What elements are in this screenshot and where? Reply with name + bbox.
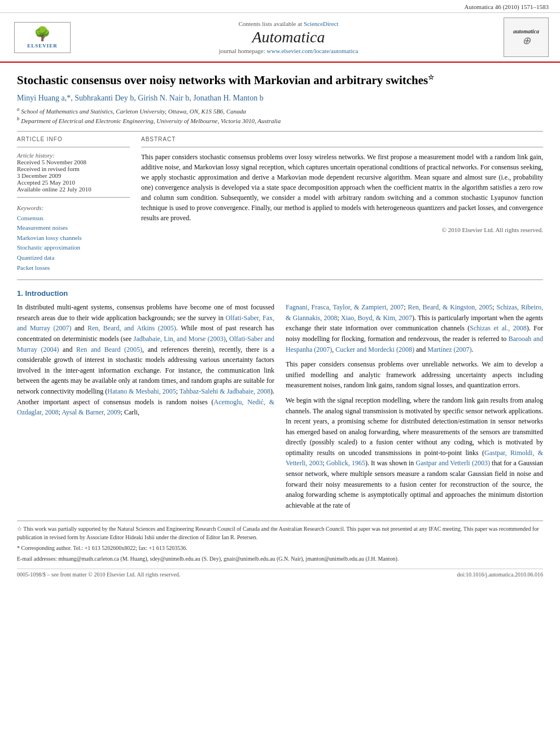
ref-xiao[interactable]: Xiao, Boyd, & Kim, 2007: [341, 314, 412, 322]
ref-ren-beard[interactable]: Ren, Beard, and Atkins (2005): [88, 324, 176, 332]
ref-martinez[interactable]: Martínez (2007): [427, 346, 471, 353]
authors: Minyi Huang a,*, Subhrakanti Dey b, Giri…: [17, 94, 543, 103]
keyword-5: Quantized data: [17, 253, 130, 263]
ref-aysal[interactable]: Aysal & Barner, 2009: [62, 408, 120, 416]
email-footnote: E-mail addresses: mhuang@math.carleton.c…: [17, 554, 543, 563]
sciencedirect-line: Contents lists available at ScienceDirec…: [79, 20, 498, 27]
keyword-2: Measurement noises: [17, 223, 130, 233]
keyword-6: Packet losses: [17, 263, 130, 273]
article-info-col: ARTICLE INFO Article history: Received 5…: [17, 136, 130, 273]
intro-para-r1: Fagnani, Frasca, Taylor, & Zampieri, 200…: [286, 302, 543, 355]
divider-keywords: [17, 197, 130, 198]
journal-header: 🌳 ELSEVIER Contents lists available at S…: [0, 13, 560, 63]
keywords-list: Consensus Measurement noises Markovian l…: [17, 213, 130, 273]
introduction-section: 1. Introduction In distributed multi-age…: [17, 289, 543, 515]
ref-hatano[interactable]: Hatano & Mesbahi, 2005: [107, 387, 176, 395]
star-footnote: ☆ This work was partially supported by t…: [17, 525, 543, 541]
automatica-icon: ⊕: [522, 34, 531, 47]
ref-gastpar2[interactable]: Gastpar and Vetterli (2003): [416, 459, 490, 467]
journal-center: Contents lists available at ScienceDirec…: [79, 20, 498, 54]
homepage-line: journal homepage: www.elsevier.com/locat…: [79, 47, 498, 54]
journal-name: Automatica: [79, 28, 498, 46]
footer-bar: 0005-1098/$ – see front matter © 2010 El…: [17, 569, 543, 578]
abstract-col: ABSTRACT This paper considers stochastic…: [141, 136, 543, 273]
ref-fagnani[interactable]: Fagnani, Frasca, Taylor, & Zampieri, 200…: [286, 303, 404, 311]
intro-col-right: Fagnani, Frasca, Taylor, & Zampieri, 200…: [286, 302, 543, 515]
ref-tahbaz[interactable]: Tahbaz-Salehi & Jadbabaie, 2008: [180, 387, 270, 395]
divider-info: [17, 147, 130, 147]
ref-acemoglu[interactable]: Acemoglu, Nedić, & Ozdaglar, 2008: [17, 398, 274, 417]
affiliation-b: b Department of Electrical and Electroni…: [17, 116, 543, 124]
intro-para-r2: This paper considers consensus problems …: [286, 359, 543, 391]
ref-gastpar[interactable]: Gastpar, Rimoldi, & Vetterli, 2003: [286, 449, 543, 468]
ref-cucker[interactable]: Cucker and Mordecki (2008): [335, 346, 414, 353]
ref-ren-kingston[interactable]: Ren, Beard, & Kingston, 2005: [408, 303, 492, 311]
affiliations: a School of Mathematics and Statistics, …: [17, 106, 543, 124]
footer-right: doi:10.1016/j.automatica.2010.06.016: [457, 571, 543, 578]
homepage-link[interactable]: www.elsevier.com/locate/automatica: [267, 47, 358, 54]
ref-jadbabaie[interactable]: Jadbabaie, Lin, and Morse (2003): [134, 335, 226, 343]
journal-info-bar: Automatica 46 (2010) 1571–1583: [0, 0, 560, 13]
intro-body: In distributed multi-agent systems, cons…: [17, 302, 543, 515]
main-content: Stochastic consensus over noisy networks…: [0, 63, 560, 583]
ref-ren-beard2[interactable]: Ren and Beard (2005): [76, 346, 142, 353]
divider-1: [17, 131, 543, 132]
keywords-section: Keywords: Consensus Measurement noises M…: [17, 204, 130, 273]
divider-2: [17, 279, 543, 280]
intro-heading: 1. Introduction: [17, 289, 543, 298]
automatica-logo: automatica ⊕: [504, 18, 549, 57]
journal-citation: Automatica 46 (2010) 1571–1583: [465, 3, 549, 10]
article-info-label: ARTICLE INFO: [17, 136, 130, 142]
ref-barooah[interactable]: Barooah and Hespanha (2007): [286, 335, 543, 353]
intro-col-left: In distributed multi-agent systems, cons…: [17, 302, 274, 515]
ref-schizas2[interactable]: Schizas et al., 2008: [470, 324, 526, 332]
elsevier-label: ELSEVIER: [27, 43, 58, 49]
footnote-area: ☆ This work was partially supported by t…: [17, 521, 543, 563]
article-info-abstract-row: ARTICLE INFO Article history: Received 5…: [17, 136, 543, 273]
article-history: Article history: Received 5 November 200…: [17, 152, 130, 193]
elsevier-tree-icon: 🌳: [34, 26, 51, 42]
abstract-text: This paper considers stochastic consensu…: [141, 152, 543, 223]
affiliation-a: a School of Mathematics and Statistics, …: [17, 106, 543, 115]
intro-para-r3: We begin with the signal reception model…: [286, 395, 543, 511]
keyword-1: Consensus: [17, 213, 130, 224]
footer-left: 0005-1098/$ – see front matter © 2010 El…: [17, 571, 180, 578]
sciencedirect-link[interactable]: ScienceDirect: [304, 20, 339, 27]
keyword-3: Markovian lossy channels: [17, 233, 130, 243]
keyword-4: Stochastic approximation: [17, 243, 130, 253]
corresponding-footnote: * Corresponding author. Tel.: +1 613 520…: [17, 544, 543, 552]
elsevier-logo: 🌳 ELSEVIER: [11, 22, 73, 53]
ref-goblick[interactable]: Goblick, 1965: [326, 459, 365, 467]
paper-title: Stochastic consensus over noisy networks…: [17, 73, 543, 88]
abstract-label: ABSTRACT: [141, 136, 543, 142]
divider-abstract: [141, 147, 543, 147]
copyright: © 2010 Elsevier Ltd. All rights reserved…: [141, 226, 543, 233]
intro-para-1: In distributed multi-agent systems, cons…: [17, 302, 274, 418]
